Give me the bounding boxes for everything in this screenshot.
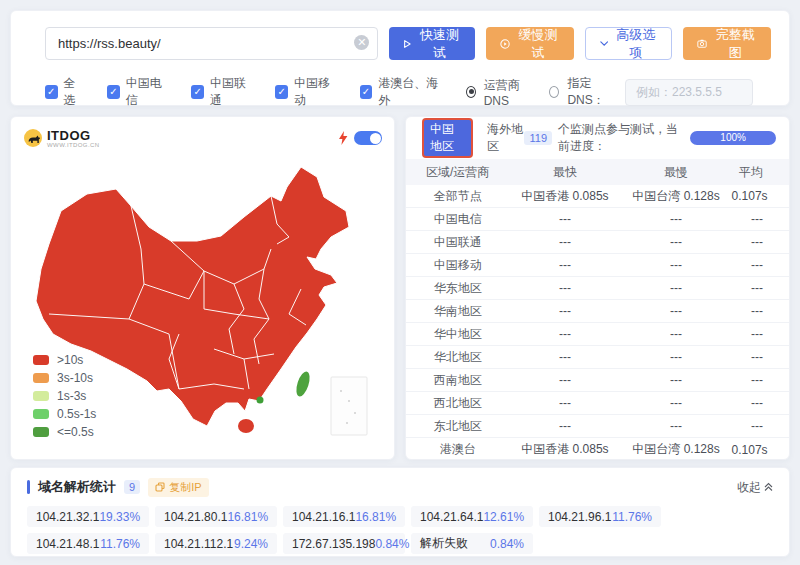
hainan-island — [238, 419, 254, 433]
logo-subtitle: WWW.ITDOG.CN — [47, 142, 99, 148]
checkbox-checked-icon: ✓ — [107, 85, 120, 99]
section-accent-bar — [27, 480, 30, 494]
progress-bar: 100% — [690, 131, 776, 145]
full-screenshot-button[interactable]: 完整截图 — [683, 27, 771, 60]
checkbox-checked-icon: ✓ — [45, 85, 58, 99]
hongkong-node-marker — [257, 397, 264, 404]
copy-ip-button[interactable]: 复制IP — [148, 478, 208, 497]
collapse-up-icon — [764, 482, 773, 492]
radio-custom-dns[interactable] — [549, 86, 559, 98]
copy-icon — [155, 482, 165, 492]
legend-color-red — [33, 355, 49, 365]
test-toolbar-card: ✕ 快速测试 缓慢测试 高级选项 完整截图 ✓全选 ✓中国电信 ✓中国联通 ✓中… — [10, 10, 790, 106]
ip-entry: 104.21.96.111.76% — [539, 506, 661, 527]
camera-icon — [697, 38, 707, 49]
ip-entry: 104.21.48.111.76% — [27, 533, 149, 554]
table-row: 中国电信--------- — [406, 208, 789, 231]
table-row: 港澳台中国香港 0.085s中国台湾 0.128s0.107s — [406, 438, 789, 461]
ip-entry: 解析失败0.84% — [411, 533, 533, 554]
table-row: 全部节点中国香港 0.085s中国台湾 0.128s0.107s — [406, 185, 789, 208]
table-row: 华中地区--------- — [406, 323, 789, 346]
collapse-button[interactable]: 收起 — [737, 479, 773, 496]
slow-test-button[interactable]: 缓慢测试 — [486, 27, 574, 60]
ip-resolution-list: 104.21.32.119.33% 104.21.80.116.81% 104.… — [27, 506, 677, 554]
dns-stats-title: 域名解析统计 — [38, 478, 116, 496]
lightning-icon — [338, 131, 348, 145]
checkbox-china-mobile[interactable]: ✓中国移动 — [275, 75, 337, 109]
legend-item: >10s — [33, 351, 96, 369]
ip-entry: 172.67.135.1980.84% — [283, 533, 405, 554]
tab-china-region[interactable]: 中国地区 — [422, 118, 473, 158]
table-row: 东北地区--------- — [406, 415, 789, 438]
tab-overseas-region[interactable]: 海外地区 — [487, 121, 525, 155]
legend-color-green — [33, 409, 49, 419]
circle-play-icon — [500, 38, 510, 50]
legend-item: 0.5s-1s — [33, 405, 96, 423]
checkbox-china-unicom[interactable]: ✓中国联通 — [191, 75, 253, 109]
legend-item: 3s-10s — [33, 369, 96, 387]
logo-title: ITDOG — [47, 129, 99, 142]
play-icon — [403, 39, 411, 49]
checkbox-checked-icon: ✓ — [360, 85, 373, 99]
legend-item: <=0.5s — [33, 423, 96, 441]
latency-legend: >10s 3s-10s 1s-3s 0.5s-1s <=0.5s — [33, 351, 96, 441]
itdog-logo: ITDOG WWW.ITDOG.CN — [23, 128, 99, 148]
results-table-body: 全部节点中国香港 0.085s中国台湾 0.128s0.107s 中国电信---… — [406, 185, 789, 459]
dns-stats-card: 域名解析统计 9 复制IP 收起 104.21.32.119.33% 104.2… — [10, 467, 790, 557]
south-china-sea-inset — [331, 377, 367, 435]
taiwan-island — [294, 370, 312, 398]
legend-item: 1s-3s — [33, 387, 96, 405]
ip-entry: 104.21.64.112.61% — [411, 506, 533, 527]
checkbox-checked-icon: ✓ — [191, 85, 204, 99]
advanced-options-button[interactable]: 高级选项 — [585, 27, 673, 60]
dog-logo-icon — [23, 128, 43, 148]
quick-test-button[interactable]: 快速测试 — [389, 27, 475, 60]
table-row: 华南地区--------- — [406, 300, 789, 323]
table-row: 中国移动--------- — [406, 254, 789, 277]
legend-color-lightgreen — [33, 391, 49, 401]
table-row: 华北地区--------- — [406, 346, 789, 369]
custom-dns-input[interactable] — [625, 79, 753, 106]
table-row: 西北地区--------- — [406, 392, 789, 415]
ip-entry: 104.21.80.116.81% — [155, 506, 277, 527]
monitor-count-badge: 119 — [524, 131, 552, 145]
toggle-knob — [370, 133, 381, 144]
table-row: 华东地区--------- — [406, 277, 789, 300]
legend-color-orange — [33, 373, 49, 383]
radio-carrier-dns[interactable] — [466, 86, 476, 98]
custom-dns-label: 指定DNS： — [567, 75, 617, 109]
checkbox-hmt-overseas[interactable]: ✓港澳台、海外 — [360, 75, 444, 109]
carrier-dns-label: 运营商DNS — [484, 77, 534, 108]
checkbox-checked-icon: ✓ — [275, 85, 288, 99]
ip-entry: 104.21.32.119.33% — [27, 506, 149, 527]
chevron-down-icon — [600, 40, 608, 47]
checkbox-china-telecom[interactable]: ✓中国电信 — [107, 75, 169, 109]
results-table-header: 区域/运营商 最快 最慢 平均 — [406, 159, 789, 185]
ip-entry: 104.21.112.19.24% — [155, 533, 277, 554]
progress-label: 个监测点参与测试，当前进度： — [558, 121, 684, 155]
table-row: 中国联通--------- — [406, 231, 789, 254]
url-input[interactable] — [45, 27, 378, 60]
ip-entry: 104.21.16.116.81% — [283, 506, 405, 527]
legend-color-darkgreen — [33, 427, 49, 437]
ip-count-badge: 9 — [124, 480, 140, 494]
map-card: ITDOG WWW.ITDOG.CN — [10, 116, 395, 460]
table-row: 西南地区--------- — [406, 369, 789, 392]
checkbox-select-all[interactable]: ✓全选 — [45, 75, 85, 109]
map-mode-toggle[interactable] — [354, 131, 382, 145]
results-card: 中国地区 海外地区 119 个监测点参与测试，当前进度： 100% 区域/运营商… — [405, 116, 790, 460]
